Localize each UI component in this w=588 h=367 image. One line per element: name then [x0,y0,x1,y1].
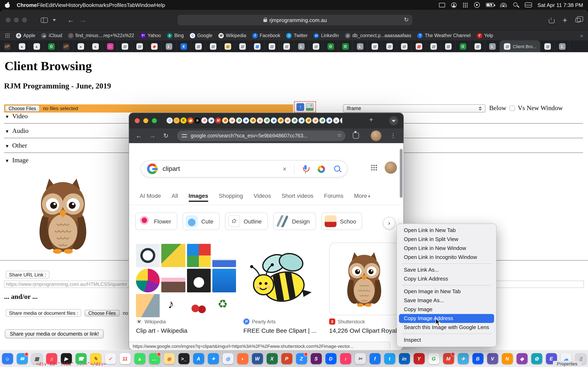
new-tab-icon[interactable]: + [369,116,373,124]
tab-favicon[interactable]: ◆ [208,117,214,124]
dock-app-icon[interactable]: ♪ [340,353,351,364]
bookmark-item[interactable]: G Google [190,33,212,38]
dock-app-icon[interactable]: f [369,353,380,364]
screen-mirroring-icon[interactable] [439,3,445,7]
search-result-caption[interactable]: W Wikipedia Clip art - Wikipedia [136,318,238,334]
menubar-item[interactable]: Window [135,2,154,8]
result-title[interactable]: 14,226 Owl Clipart Royalt [329,327,403,334]
search-category-tab[interactable]: Forums [324,192,343,199]
upload-icon[interactable]: ↑ [296,103,304,111]
choose-files-button-2[interactable]: Choose Files [85,310,120,316]
tab-favicon[interactable]: ▲ [333,117,339,124]
minimize-window-button[interactable] [143,118,148,123]
browser-tab[interactable]: G [338,40,353,52]
context-menu-item[interactable]: Copy Image Address [399,314,494,323]
spotlight-icon[interactable] [513,2,519,8]
battery-icon[interactable]: ϟ [486,3,494,7]
bookmark-item[interactable]: in LinkedIn [314,33,339,38]
filter-chip[interactable]: Schoo [321,212,362,230]
browser-tab[interactable]: ▲ [73,40,88,52]
tab-favicon[interactable]: ✿ [264,117,270,124]
menubar-item[interactable]: File [37,2,45,8]
filter-chip[interactable]: Design [273,212,316,230]
bee-clipart-result-image[interactable] [243,242,316,318]
active-browser-tab[interactable]: ▤ Client Bro... [500,40,540,52]
choose-files-button[interactable]: Choose Files [5,105,40,112]
tab-favicon[interactable]: ✿ [236,117,242,124]
browser-tab[interactable]: ▲ [15,40,29,52]
browser-tab[interactable]: G [456,40,470,52]
tab-favicon[interactable]: ◆ [312,117,319,124]
dock-app-icon[interactable]: ▲ [134,353,145,364]
tab-favicon[interactable]: M [215,117,221,124]
google-apps-grid-icon[interactable] [371,164,377,171]
tab-favicon[interactable]: ✿ [292,117,298,124]
bookmark-star-icon[interactable]: ☆ [337,132,342,138]
address-bar[interactable]: rjmprogramming.com.au ↻ [178,15,412,25]
context-menu-item[interactable]: Save Link As... [399,266,494,275]
browser-tab[interactable]: ▤ [132,40,147,52]
zoom-window-button[interactable] [22,17,27,22]
browser-tab[interactable]: G [323,40,338,52]
dock-app-icon[interactable]: N [502,353,513,364]
bookmark-item[interactable]: ● find_minus....rep+%22s%22 [68,33,134,38]
tab-favicon[interactable]: ◆ [326,117,332,124]
bookmark-item[interactable]: T The Weather Channel [417,33,471,38]
dock-app-icon[interactable]: >_ [178,353,189,364]
bookmark-item[interactable]: A Apple [16,33,35,38]
dock-app-icon[interactable]: t [384,353,395,364]
browser-tab[interactable]: ▤ [367,40,382,52]
browser-tab[interactable]: □ [103,40,118,52]
search-category-tab[interactable]: More [354,192,370,199]
dock-app-icon[interactable]: ✂ [355,353,366,364]
tab-favicon[interactable]: ✿ [201,117,208,124]
google-search-box[interactable]: clipart × [141,160,347,177]
dock-app-icon[interactable]: ✈ [458,353,468,364]
google-lens-icon[interactable] [318,166,325,173]
browser-tab[interactable]: ▲ [88,40,103,52]
dock-app-icon[interactable]: P [281,353,292,364]
bookmark-item[interactable]: ☁ iCloud [42,33,62,38]
dock-app-icon[interactable]: ✉ [17,353,27,364]
menubar-item[interactable]: Profiles [109,2,127,8]
tab-favicon[interactable]: ◆ [243,117,249,124]
dock-app-icon[interactable]: Z [296,353,307,364]
bookmark-item[interactable]: ▤ db_connect.p...aaasaaafaas [345,33,411,38]
tab-favicon[interactable]: ✿ [250,117,256,124]
browser-tab[interactable]: ▲ [29,40,44,52]
tab-favicon[interactable]: ◆ [298,117,305,124]
search-category-tab[interactable]: Videos [254,192,271,199]
tab-favicon[interactable]: ◉ [187,117,194,124]
scrollbar-thumb[interactable] [400,149,403,198]
browser-menu-icon[interactable]: ⋮ [390,132,396,139]
context-menu-item[interactable]: Inspect [399,336,494,345]
bookmark-item[interactable]: t Twitter [286,33,308,38]
browser-tab[interactable]: L [294,40,309,52]
dock-app-icon[interactable]: ✓ [105,353,116,364]
context-menu-item[interactable]: Search this Image with Google Lens [399,323,494,332]
address-bar-url[interactable]: google.com/search?sca_esv=5e9bb948607cc7… [191,133,307,139]
dock-app-icon[interactable]: A [193,353,204,364]
sidebar-toggle-icon[interactable] [41,17,48,23]
tab-overview-icon[interactable] [575,18,581,22]
bookmark-item[interactable]: b Bing [167,33,184,38]
browser-tab[interactable]: ▤ [412,40,426,52]
tab-favicon[interactable]: ◆ [285,117,291,124]
tab-favicon[interactable]: ✿ [278,117,284,124]
vs-new-window-checkbox[interactable] [510,106,515,111]
search-category-tab[interactable]: Shopping [219,192,243,199]
dock-app-icon[interactable]: ◗ [237,353,248,364]
apple-menu-icon[interactable] [5,2,10,8]
dock-app-icon[interactable]: 11 [120,353,130,364]
dock-app-icon[interactable]: ◎ [222,353,233,364]
forward-button[interactable]: → [79,17,86,24]
result-title[interactable]: FREE Cute Bee Clipart | ... [243,327,346,334]
voice-search-icon[interactable] [302,165,309,173]
close-window-button[interactable] [6,17,11,22]
menubar-item[interactable]: Help [154,2,165,8]
dock-app-icon[interactable]: D [325,353,336,364]
dock-app-icon[interactable]: Y [414,353,424,364]
search-category-tab[interactable]: All [172,192,178,199]
dock-app-icon[interactable]: ◆ [516,353,527,364]
filter-chip[interactable]: Outline [225,212,268,230]
